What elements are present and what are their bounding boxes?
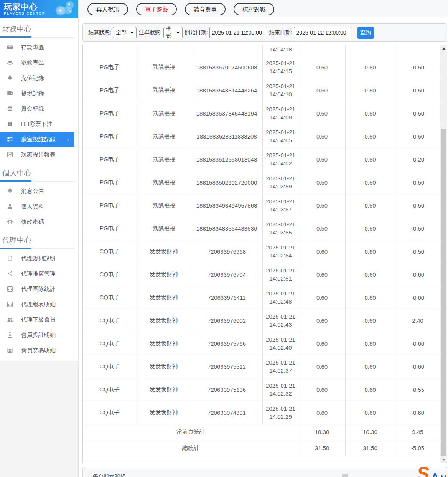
sidebar-item[interactable]: 消息公告 xyxy=(0,183,78,199)
sidebar-item-label: 修改密碼 xyxy=(21,218,44,226)
game-cell: 鼠鼠福福 xyxy=(137,79,191,102)
sidebar-item[interactable]: 代理下級會員 xyxy=(0,312,78,327)
sidebar-section-title: 個人中心 xyxy=(0,162,78,181)
valid-amount-cell: 0.60 xyxy=(345,378,395,401)
brand-header: 玩家中心 PLAYERS CENTER xyxy=(0,0,78,18)
sidebar-item[interactable]: 個人資料 xyxy=(0,199,78,214)
valid-amount-cell: 0.60 xyxy=(345,240,395,263)
start-date-label: 開始日期: xyxy=(185,29,208,36)
table-scrollbar[interactable] xyxy=(440,45,447,463)
order-number-cell: 720633976968 xyxy=(191,240,262,263)
sogou-ime-logo-icon[interactable]: S xyxy=(417,467,429,477)
withdraw-hand-icon xyxy=(7,59,13,66)
summary-result-cell: -5.05 xyxy=(395,440,440,456)
game-cell: 发发发财神 xyxy=(137,240,191,263)
scrollbar-up-arrow-icon[interactable] xyxy=(440,45,447,51)
player-report-icon xyxy=(7,152,13,158)
table-row: CQ电子发发发财神7206339760022025-01-2114:02:430… xyxy=(83,309,440,332)
valid-amount-cell: 0.50 xyxy=(345,56,395,79)
sidebar-item-label: 會員交易明細 xyxy=(21,347,56,354)
bet-time-cell: 14:04:18 xyxy=(262,45,299,56)
provider-cell: PG电子 xyxy=(83,79,137,102)
valid-amount-cell: 0.50 xyxy=(345,148,395,171)
sidebar-item-label: 充值記錄 xyxy=(21,74,44,82)
table-row: CQ电子发发发财神7206339769682025-01-2114:02:540… xyxy=(83,240,440,263)
datetime-cell: 2025-01-2114:03:55 xyxy=(262,217,299,240)
sidebar-item[interactable]: 資金記錄 xyxy=(0,101,78,116)
result-cell: -0.50 xyxy=(395,171,440,194)
agent-rules-doc-icon xyxy=(7,255,13,262)
sidebar-item[interactable]: 存款專區 xyxy=(0,40,78,55)
sidebar-item[interactable]: 代理推廣管理 xyxy=(0,266,78,281)
tab-category[interactable]: 體育賽事 xyxy=(185,3,226,15)
result-cell: 2.40 xyxy=(395,309,440,332)
bet-amount-cell: 0.50 xyxy=(299,171,345,194)
valid-amount-cell: 0.50 xyxy=(345,102,395,125)
order-number-cell: 1881583512558018048 xyxy=(191,148,262,171)
result-cell: -0.60 xyxy=(395,263,440,286)
scrollbar-thumb[interactable] xyxy=(441,129,446,456)
game-cell: 发发发财神 xyxy=(137,309,191,332)
sidebar-item[interactable]: HH彩票下注 xyxy=(0,116,78,132)
table-row: PG电子鼠鼠福福18815834835544335362025-01-2114:… xyxy=(83,217,440,240)
bet-amount-cell: 0.60 xyxy=(299,401,345,424)
tab-category[interactable]: 棋牌對戰 xyxy=(234,3,274,15)
result-cell: -0.60 xyxy=(395,286,440,309)
ime-status-overlay: S A xyxy=(417,467,446,477)
sidebar-item-label: HH彩票下注 xyxy=(21,120,53,128)
result-cell: -0.50 xyxy=(395,240,440,263)
ime-mode-letter[interactable]: A xyxy=(432,472,439,477)
settle-status-label: 結算狀態: xyxy=(88,29,111,36)
sidebar-section-title: 代理中心 xyxy=(0,229,78,248)
pagination-bar: 每頁顯示20條 xyxy=(82,467,447,477)
sidebar-item[interactable]: 提現記錄 xyxy=(0,86,78,101)
valid-amount-cell: 0.50 xyxy=(345,125,395,148)
bet-amount-cell: 0.60 xyxy=(299,378,345,401)
sidebar-item[interactable]: 代理團隊統計 xyxy=(0,281,78,297)
sidebar-section-title: 財務中心 xyxy=(0,18,78,37)
game-cell: 发发发财神 xyxy=(137,286,191,309)
end-date-input[interactable] xyxy=(294,27,351,38)
bet-amount-cell: 0.60 xyxy=(299,240,345,263)
bet-amount-cell: 0.50 xyxy=(299,217,345,240)
order-status-select[interactable]: 全部 xyxy=(163,27,183,38)
sidebar-item[interactable]: 充值記錄 xyxy=(0,70,78,86)
sidebar-item[interactable]: 代理規則說明 xyxy=(0,251,78,266)
sidebar-item[interactable]: 修改密碼 xyxy=(0,214,78,229)
sidebar-item[interactable]: 會員投註明細 xyxy=(0,327,78,343)
scrollbar-down-arrow-icon[interactable] xyxy=(440,457,447,463)
settle-status-value: 全部 xyxy=(116,29,127,36)
order-number-cell: 1881583483554433536 xyxy=(191,217,262,240)
settle-status-select[interactable]: 全部 xyxy=(113,27,137,38)
start-date-input[interactable] xyxy=(209,27,267,38)
sidebar-item[interactable]: 廳室投註記錄› xyxy=(0,132,74,147)
order-number-cell: 720633976411 xyxy=(191,286,262,309)
room-bet-records-icon xyxy=(7,136,13,143)
tab-category[interactable]: 真人視訊 xyxy=(87,3,128,15)
game-cell: 鼠鼠福福 xyxy=(137,56,191,79)
sidebar-item[interactable]: 代理報表明細 xyxy=(0,297,78,312)
table-row: PG电子鼠鼠福福18815835378454481942025-01-2114:… xyxy=(83,102,440,125)
provider-cell: CQ电子 xyxy=(83,286,137,309)
sidebar-item[interactable]: 會員交易明細 xyxy=(0,343,78,358)
result-cell: -0.50 xyxy=(395,56,440,79)
profile-user-icon xyxy=(7,203,13,210)
search-button[interactable]: 查詢 xyxy=(357,27,374,39)
game-cell: 鼠鼠福福 xyxy=(137,148,191,171)
chevron-right-icon: › xyxy=(67,136,74,143)
sidebar-item[interactable]: 取款專區 xyxy=(0,55,78,70)
sidebar-item[interactable]: 玩家投注報表 xyxy=(0,147,78,162)
table-row: PG电子鼠鼠福福18815835125580180482025-01-2114:… xyxy=(83,148,440,171)
valid-amount-cell: 0.50 xyxy=(345,217,395,240)
game-cell: 发发发财神 xyxy=(137,263,191,286)
provider-cell: PG电子 xyxy=(83,148,137,171)
sidebar: 玩家中心 PLAYERS CENTER xyxy=(0,0,79,477)
valid-amount-cell: 0.60 xyxy=(345,263,395,286)
pagination-control[interactable] xyxy=(342,474,348,477)
game-cell: 鼠鼠福福 xyxy=(137,102,191,125)
tab-active[interactable]: 電子遊藝 xyxy=(136,3,177,15)
datetime-cell: 2025-01-2114:04:15 xyxy=(262,56,299,79)
sidebar-item-label: 會員投註明細 xyxy=(21,332,56,339)
table-row: CQ电子发发发财神7206339767042025-01-2114:02:510… xyxy=(83,263,440,286)
bet-amount-cell: 0.50 xyxy=(299,194,345,217)
